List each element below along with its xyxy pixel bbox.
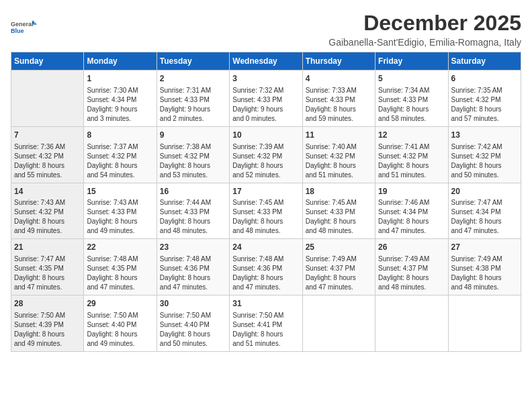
day-number: 23 bbox=[160, 242, 226, 253]
day-number: 24 bbox=[232, 242, 299, 253]
day-info: Sunrise: 7:35 AM Sunset: 4:32 PM Dayligh… bbox=[451, 86, 518, 124]
day-info: Sunrise: 7:50 AM Sunset: 4:40 PM Dayligh… bbox=[87, 311, 153, 349]
header-tuesday: Tuesday bbox=[157, 52, 229, 71]
title-area: December 2025 Gaibanella-Sant'Edigio, Em… bbox=[328, 11, 521, 48]
calendar-cell: 6Sunrise: 7:35 AM Sunset: 4:32 PM Daylig… bbox=[448, 71, 521, 127]
day-number: 12 bbox=[378, 130, 445, 141]
day-info: Sunrise: 7:31 AM Sunset: 4:33 PM Dayligh… bbox=[160, 86, 226, 124]
page-header: General Blue December 2025 Gaibanella-Sa… bbox=[11, 11, 521, 48]
day-number: 17 bbox=[232, 186, 299, 197]
calendar-cell: 16Sunrise: 7:44 AM Sunset: 4:33 PM Dayli… bbox=[157, 183, 229, 239]
day-info: Sunrise: 7:49 AM Sunset: 4:37 PM Dayligh… bbox=[306, 255, 372, 292]
day-info: Sunrise: 7:32 AM Sunset: 4:33 PM Dayligh… bbox=[232, 86, 299, 124]
calendar-cell: 5Sunrise: 7:34 AM Sunset: 4:33 PM Daylig… bbox=[375, 71, 448, 127]
day-info: Sunrise: 7:50 AM Sunset: 4:40 PM Dayligh… bbox=[160, 311, 226, 349]
calendar-week-row: 21Sunrise: 7:47 AM Sunset: 4:35 PM Dayli… bbox=[11, 239, 521, 295]
day-number: 31 bbox=[232, 298, 299, 310]
calendar-cell bbox=[11, 71, 84, 127]
calendar-cell: 15Sunrise: 7:43 AM Sunset: 4:33 PM Dayli… bbox=[84, 183, 157, 239]
calendar-cell: 29Sunrise: 7:50 AM Sunset: 4:40 PM Dayli… bbox=[84, 295, 157, 352]
day-number: 5 bbox=[378, 73, 445, 85]
day-number: 1 bbox=[87, 73, 153, 85]
svg-text:Blue: Blue bbox=[11, 28, 24, 34]
calendar-cell: 17Sunrise: 7:45 AM Sunset: 4:33 PM Dayli… bbox=[230, 183, 302, 239]
day-number: 3 bbox=[232, 73, 299, 85]
day-number: 22 bbox=[87, 242, 153, 253]
day-info: Sunrise: 7:49 AM Sunset: 4:37 PM Dayligh… bbox=[378, 255, 445, 292]
day-number: 15 bbox=[87, 186, 153, 197]
calendar-header-row: SundayMondayTuesdayWednesdayThursdayFrid… bbox=[11, 52, 521, 71]
day-info: Sunrise: 7:48 AM Sunset: 4:36 PM Dayligh… bbox=[160, 255, 226, 292]
day-info: Sunrise: 7:34 AM Sunset: 4:33 PM Dayligh… bbox=[378, 86, 445, 124]
day-info: Sunrise: 7:30 AM Sunset: 4:34 PM Dayligh… bbox=[87, 86, 153, 124]
calendar-cell: 31Sunrise: 7:50 AM Sunset: 4:41 PM Dayli… bbox=[230, 295, 302, 352]
day-number: 9 bbox=[160, 130, 226, 141]
day-number: 14 bbox=[14, 186, 81, 197]
day-number: 21 bbox=[14, 242, 81, 253]
day-info: Sunrise: 7:33 AM Sunset: 4:33 PM Dayligh… bbox=[306, 86, 372, 124]
calendar-cell: 11Sunrise: 7:40 AM Sunset: 4:32 PM Dayli… bbox=[302, 126, 375, 183]
calendar-cell: 4Sunrise: 7:33 AM Sunset: 4:33 PM Daylig… bbox=[302, 71, 375, 127]
day-number: 16 bbox=[160, 186, 226, 197]
day-number: 8 bbox=[87, 130, 153, 141]
calendar-cell bbox=[375, 295, 448, 352]
calendar-cell: 26Sunrise: 7:49 AM Sunset: 4:37 PM Dayli… bbox=[375, 239, 448, 295]
day-number: 26 bbox=[378, 242, 445, 253]
day-info: Sunrise: 7:48 AM Sunset: 4:35 PM Dayligh… bbox=[87, 255, 153, 292]
day-info: Sunrise: 7:46 AM Sunset: 4:34 PM Dayligh… bbox=[378, 198, 445, 236]
calendar-week-row: 14Sunrise: 7:43 AM Sunset: 4:32 PM Dayli… bbox=[11, 183, 521, 239]
header-sunday: Sunday bbox=[11, 52, 84, 71]
calendar-cell: 24Sunrise: 7:48 AM Sunset: 4:36 PM Dayli… bbox=[230, 239, 302, 295]
logo: General Blue bbox=[11, 13, 38, 40]
day-number: 18 bbox=[306, 186, 372, 197]
calendar-cell: 8Sunrise: 7:37 AM Sunset: 4:32 PM Daylig… bbox=[84, 126, 157, 183]
calendar-cell: 25Sunrise: 7:49 AM Sunset: 4:37 PM Dayli… bbox=[302, 239, 375, 295]
day-number: 13 bbox=[451, 130, 518, 141]
calendar-week-row: 1Sunrise: 7:30 AM Sunset: 4:34 PM Daylig… bbox=[11, 71, 521, 127]
calendar-cell: 28Sunrise: 7:50 AM Sunset: 4:39 PM Dayli… bbox=[11, 295, 84, 352]
calendar-cell: 12Sunrise: 7:41 AM Sunset: 4:32 PM Dayli… bbox=[375, 126, 448, 183]
day-number: 7 bbox=[14, 130, 81, 141]
location-subtitle: Gaibanella-Sant'Edigio, Emilia-Romagna, … bbox=[328, 37, 521, 48]
calendar-cell: 10Sunrise: 7:39 AM Sunset: 4:32 PM Dayli… bbox=[230, 126, 302, 183]
day-number: 28 bbox=[14, 298, 81, 310]
calendar-cell: 1Sunrise: 7:30 AM Sunset: 4:34 PM Daylig… bbox=[84, 71, 157, 127]
month-title: December 2025 bbox=[328, 11, 521, 36]
calendar-cell: 3Sunrise: 7:32 AM Sunset: 4:33 PM Daylig… bbox=[230, 71, 302, 127]
day-number: 30 bbox=[160, 298, 226, 310]
calendar-cell: 21Sunrise: 7:47 AM Sunset: 4:35 PM Dayli… bbox=[11, 239, 84, 295]
calendar-cell bbox=[302, 295, 375, 352]
header-friday: Friday bbox=[375, 52, 448, 71]
svg-text:General: General bbox=[11, 21, 34, 28]
day-number: 25 bbox=[306, 242, 372, 253]
calendar-cell: 18Sunrise: 7:45 AM Sunset: 4:33 PM Dayli… bbox=[302, 183, 375, 239]
day-info: Sunrise: 7:44 AM Sunset: 4:33 PM Dayligh… bbox=[160, 198, 226, 236]
calendar-week-row: 7Sunrise: 7:36 AM Sunset: 4:32 PM Daylig… bbox=[11, 126, 521, 183]
day-number: 11 bbox=[306, 130, 372, 141]
header-thursday: Thursday bbox=[302, 52, 375, 71]
day-number: 29 bbox=[87, 298, 153, 310]
calendar-cell: 2Sunrise: 7:31 AM Sunset: 4:33 PM Daylig… bbox=[157, 71, 229, 127]
day-number: 27 bbox=[451, 242, 518, 253]
day-info: Sunrise: 7:50 AM Sunset: 4:39 PM Dayligh… bbox=[14, 311, 81, 349]
day-info: Sunrise: 7:50 AM Sunset: 4:41 PM Dayligh… bbox=[232, 311, 299, 349]
calendar-cell: 9Sunrise: 7:38 AM Sunset: 4:32 PM Daylig… bbox=[157, 126, 229, 183]
day-number: 2 bbox=[160, 73, 226, 85]
calendar-cell: 30Sunrise: 7:50 AM Sunset: 4:40 PM Dayli… bbox=[157, 295, 229, 352]
header-wednesday: Wednesday bbox=[230, 52, 302, 71]
day-info: Sunrise: 7:49 AM Sunset: 4:38 PM Dayligh… bbox=[451, 255, 518, 292]
day-info: Sunrise: 7:39 AM Sunset: 4:32 PM Dayligh… bbox=[232, 142, 299, 180]
header-monday: Monday bbox=[84, 52, 157, 71]
day-info: Sunrise: 7:43 AM Sunset: 4:33 PM Dayligh… bbox=[87, 198, 153, 236]
header-saturday: Saturday bbox=[448, 52, 521, 71]
calendar-cell bbox=[448, 295, 521, 352]
calendar-cell: 7Sunrise: 7:36 AM Sunset: 4:32 PM Daylig… bbox=[11, 126, 84, 183]
day-info: Sunrise: 7:43 AM Sunset: 4:32 PM Dayligh… bbox=[14, 198, 81, 236]
day-info: Sunrise: 7:42 AM Sunset: 4:32 PM Dayligh… bbox=[451, 142, 518, 180]
day-info: Sunrise: 7:47 AM Sunset: 4:35 PM Dayligh… bbox=[14, 255, 81, 292]
day-info: Sunrise: 7:37 AM Sunset: 4:32 PM Dayligh… bbox=[87, 142, 153, 180]
day-number: 19 bbox=[378, 186, 445, 197]
day-info: Sunrise: 7:38 AM Sunset: 4:32 PM Dayligh… bbox=[160, 142, 226, 180]
calendar-cell: 23Sunrise: 7:48 AM Sunset: 4:36 PM Dayli… bbox=[157, 239, 229, 295]
calendar-cell: 13Sunrise: 7:42 AM Sunset: 4:32 PM Dayli… bbox=[448, 126, 521, 183]
